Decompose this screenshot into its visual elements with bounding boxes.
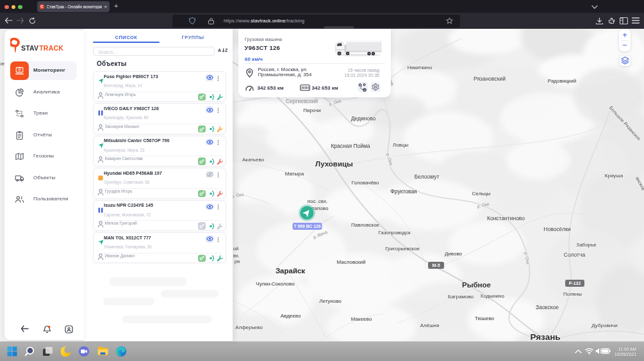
svg-text:Никиткино: Никиткино bbox=[408, 65, 433, 70]
svg-text:Павловское: Павловское bbox=[351, 222, 380, 228]
svg-text:Тюшево: Тюшево bbox=[475, 316, 495, 321]
svg-text:М-5: М-5 bbox=[432, 263, 440, 268]
svg-text:Радовицкий: Радовицкий bbox=[548, 78, 576, 84]
svg-text:Григорьевское: Григорьевское bbox=[385, 246, 420, 252]
svg-text:Рязань: Рязань bbox=[530, 332, 560, 341]
svg-text:Ловцы: Ловцы bbox=[393, 142, 409, 148]
svg-text:Белоомут: Белоомут bbox=[415, 173, 440, 180]
svg-text:Ходынино: Ходынино bbox=[480, 293, 504, 299]
svg-text:Фруктовая: Фруктовая bbox=[390, 188, 417, 195]
svg-text:Солотча: Солотча bbox=[564, 252, 586, 258]
svg-text:Сергиевский: Сергиевский bbox=[286, 98, 318, 104]
svg-text:Газопроводск: Газопроводск bbox=[378, 230, 411, 236]
svg-text:Константиново: Константиново bbox=[487, 215, 525, 221]
svg-text:Заокское: Заокское bbox=[536, 304, 559, 310]
svg-text:Сельцы: Сельцы bbox=[472, 191, 490, 197]
svg-text:Акатьево: Акатьево bbox=[242, 157, 265, 163]
svg-text:Пирочи: Пирочи bbox=[303, 108, 321, 113]
svg-text:Поляны: Поляны bbox=[563, 291, 582, 297]
svg-text:Криуша: Криуша bbox=[605, 173, 623, 179]
svg-text:ря: ря bbox=[235, 259, 240, 264]
svg-text:ой: ой bbox=[233, 246, 238, 252]
svg-text:Рязановский: Рязановский bbox=[474, 76, 506, 82]
svg-text:Головачёво: Головачёво bbox=[352, 180, 379, 186]
svg-text:Алферьево: Алферьево bbox=[235, 325, 263, 330]
svg-text:Дединово: Дединово bbox=[351, 115, 376, 122]
svg-text:Зарайск: Зарайск bbox=[276, 267, 305, 275]
svg-text:пос. свх.: пос. свх. bbox=[308, 198, 328, 204]
svg-text:Алёшня: Алёшня bbox=[420, 323, 440, 328]
svg-text:Красная Пойма: Красная Пойма bbox=[331, 143, 370, 149]
svg-text:Рыбное: Рыбное bbox=[462, 281, 491, 289]
svg-text:Дубровичи: Дубровичи bbox=[591, 323, 618, 328]
svg-text:Масловский: Масловский bbox=[336, 259, 365, 265]
svg-text:Авдеево: Авдеево bbox=[281, 313, 301, 319]
svg-text:Р-132: Р-132 bbox=[569, 281, 581, 285]
svg-text:Т 999 ВС 126: Т 999 ВС 126 bbox=[293, 224, 320, 229]
svg-text:Новосёлки: Новосёлки bbox=[543, 226, 571, 232]
svg-text:Заборье: Заборье bbox=[576, 242, 597, 248]
svg-text:вх.: вх. bbox=[233, 253, 240, 259]
svg-text:Луховицы: Луховицы bbox=[315, 160, 353, 168]
svg-text:Матыра: Матыра bbox=[285, 171, 304, 177]
svg-text:Дивово: Дивово bbox=[445, 251, 463, 257]
svg-text:Баграмово: Баграмово bbox=[448, 294, 474, 300]
svg-text:Чулки-Соколово: Чулки-Соколово bbox=[256, 281, 295, 287]
svg-text:Летуново: Летуново bbox=[319, 298, 342, 304]
svg-text:Макеево: Макеево bbox=[351, 316, 372, 322]
